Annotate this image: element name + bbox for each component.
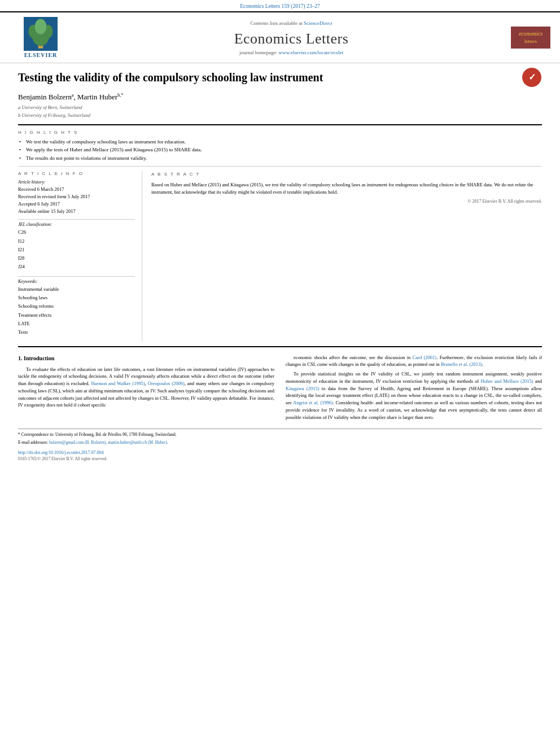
jel-codes: C26 I12 I21 I28 J24 <box>18 228 135 271</box>
abstract-column: A B S T R A C T Based on Huber and Mella… <box>151 171 542 341</box>
crossmark-badge: ✓ <box>522 67 542 89</box>
info-section-divider <box>18 219 135 220</box>
affil-a: a University of Bern, Switzerland <box>18 104 542 112</box>
issn-section: 0165-1765/© 2017 Elsevier B.V. All right… <box>18 456 542 461</box>
copyright-text: © 2017 Elsevier B.V. All rights reserved… <box>151 198 542 205</box>
journal-header: ELSEVIER Contents lists available at Sci… <box>0 11 560 63</box>
received-date: Received 6 March 2017 <box>18 186 135 193</box>
author1-name: Benjamin Bolzern <box>18 93 72 101</box>
body-col-right: economic shocks affect the outcome, see … <box>286 354 542 423</box>
author2-name: Martin Huber <box>77 93 117 101</box>
economics-letters-badge: economics letters <box>511 27 550 49</box>
journal-homepage: journal homepage: www.elsevier.com/locat… <box>75 50 508 55</box>
highlights-list: We test the validity of compulsory schoo… <box>18 138 542 162</box>
info-section-divider-2 <box>18 276 135 277</box>
keywords-section: Keywords: Instrumental variable Schoolin… <box>18 279 135 337</box>
intro-para-2: economic shocks affect the outcome, see … <box>286 354 542 369</box>
highlight-item: We apply the tests of Huber and Mellace … <box>18 146 542 154</box>
elsevier-logo-container: ELSEVIER <box>7 17 75 58</box>
intro-para-3: To provide statistical insights on the I… <box>286 370 542 421</box>
highlights-section: H I G H L I G H T S We test the validity… <box>18 130 542 162</box>
angrist-link[interactable]: Angrist et al. (1996) <box>293 400 333 405</box>
introduction-section: 1. Introduction To evaluate the effects … <box>18 354 542 461</box>
body-columns: 1. Introduction To evaluate the effects … <box>18 354 542 423</box>
info-abstract-section: A R T I C L E I N F O Article history: R… <box>18 171 542 341</box>
article-title: Testing the validity of the compulsory s… <box>18 70 323 85</box>
huber-mellace-link[interactable]: Huber and Mellace (2015) <box>481 378 533 384</box>
highlights-label: H I G H L I G H T S <box>18 130 542 135</box>
oreopoulos-link[interactable]: Oreopoulos (2006) <box>148 381 185 386</box>
author1-sup: a <box>72 93 74 98</box>
contents-available-text: Contents lists available at ScienceDirec… <box>75 20 508 26</box>
elsevier-logo: ELSEVIER <box>24 17 58 58</box>
highlight-item: We test the validity of compulsory schoo… <box>18 138 542 146</box>
jel-label: JEL classification: <box>18 222 135 227</box>
doi-section: http://dx.doi.org/10.1016/j.econlet.2017… <box>18 450 542 455</box>
keywords-label: Keywords: <box>18 279 135 284</box>
body-col-left: 1. Introduction To evaluate the effects … <box>18 354 274 423</box>
footnotes: * Correspondence to: University of Fribo… <box>18 429 542 445</box>
content-divider <box>18 346 542 347</box>
title-divider <box>18 124 542 125</box>
badge-line1: economics <box>515 30 546 38</box>
abstract-text: Based on Huber and Mellace (2015) and Ki… <box>151 181 542 196</box>
harmon-walker-link[interactable]: Harmon and Walker (1995) <box>91 381 145 386</box>
article-info-column: A R T I C L E I N F O Article history: R… <box>18 171 142 341</box>
email-links[interactable]: bolzern@gmail.com (B. Bolzern), martin.h… <box>49 440 168 445</box>
brunello-link[interactable]: Brunello et al. (2013) <box>441 361 482 367</box>
intro-heading: 1. Introduction <box>18 354 274 362</box>
doi-link[interactable]: http://dx.doi.org/10.1016/j.econlet.2017… <box>18 450 104 455</box>
email-footnote: E-mail addresses: bolzern@gmail.com (B. … <box>18 439 542 445</box>
abstract-label: A B S T R A C T <box>151 171 542 178</box>
svg-point-5 <box>35 19 47 34</box>
revised-date: Received in revised form 5 July 2017 <box>18 193 135 200</box>
badge-line2: letters <box>515 38 546 45</box>
elsevier-tree-icon <box>24 17 58 51</box>
main-content: Testing the validity of the compulsory s… <box>0 63 560 473</box>
homepage-link[interactable]: www.elsevier.com/locate/ecolet <box>279 50 343 55</box>
accepted-date: Accepted 6 July 2017 <box>18 200 135 208</box>
sciencedirect-link[interactable]: ScienceDirect <box>304 20 332 26</box>
card-link[interactable]: Card (2001) <box>413 355 437 360</box>
elsevier-wordmark: ELSEVIER <box>24 52 58 58</box>
kitagawa-link[interactable]: Kitagawa (2015) <box>286 386 320 391</box>
history-label: Article history: <box>18 180 135 185</box>
affiliations: a University of Bern, Switzerland b Univ… <box>18 104 542 119</box>
journal-title: Economics Letters <box>75 30 508 47</box>
affil-b: b University of Fribourg, Switzerland <box>18 112 542 120</box>
author2-sup: b,* <box>117 93 123 98</box>
keywords-list: Instrumental variable Schooling laws Sch… <box>18 285 135 337</box>
intro-para-1: To evaluate the effects of education on … <box>18 366 274 409</box>
available-date: Available online 15 July 2017 <box>18 208 135 215</box>
svg-text:✓: ✓ <box>528 72 536 82</box>
highlights-divider <box>18 166 542 167</box>
authors-line: Benjamin Bolzerna, Martin Huberb,* <box>18 93 542 102</box>
correspondence-footnote: * Correspondence to: University of Fribo… <box>18 431 542 438</box>
journal-title-section: Contents lists available at ScienceDirec… <box>75 17 508 58</box>
article-history: Article history: Received 6 March 2017 R… <box>18 180 135 215</box>
journal-reference: Economics Letters 159 (2017) 23–27 <box>0 0 560 11</box>
highlight-item: The results do not point to violations o… <box>18 155 542 162</box>
journal-badge: economics letters <box>508 17 553 58</box>
article-info-label: A R T I C L E I N F O <box>18 171 135 176</box>
jel-classification: JEL classification: C26 I12 I21 I28 J24 <box>18 222 135 271</box>
